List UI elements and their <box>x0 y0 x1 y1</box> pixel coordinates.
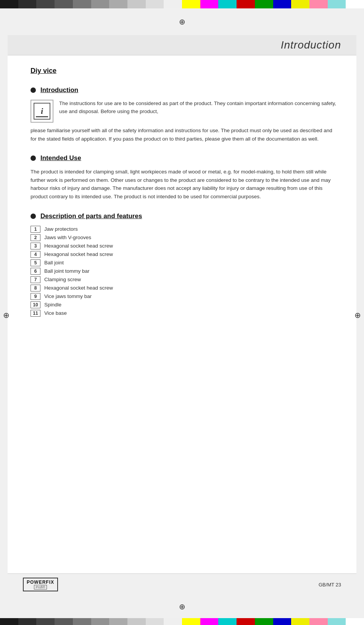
list-item: 1 Jaw protectors <box>31 226 337 233</box>
color-seg-yellow <box>182 0 200 8</box>
bot-color-seg-2 <box>18 618 37 625</box>
part-number: 9 <box>31 293 40 300</box>
info-icon-box: i <box>31 100 53 123</box>
bot-color-seg-9 <box>146 618 164 625</box>
part-label: Hexagonal socket head screw <box>44 243 113 249</box>
color-seg-blue <box>273 0 292 8</box>
list-item: 11 Vice base <box>31 310 337 317</box>
bot-color-seg-4 <box>55 618 73 625</box>
bot-color-seg-white <box>346 618 364 625</box>
info-box-row: i The instructions for use are to be con… <box>31 100 337 123</box>
color-seg-8 <box>127 0 146 8</box>
bot-color-seg-blue <box>273 618 292 625</box>
part-number: 1 <box>31 226 40 233</box>
bot-color-seg-1 <box>0 618 18 625</box>
part-label: Spindle <box>44 302 61 308</box>
page-footer: POWERFIX Profi® GB/MT 23 <box>8 573 356 595</box>
bot-color-seg-6 <box>91 618 110 625</box>
color-seg-magenta <box>200 0 219 8</box>
color-seg-red <box>237 0 255 8</box>
introduction-body-text: please familiarise yourself with all of … <box>31 126 337 143</box>
info-icon: i <box>34 103 50 120</box>
bot-color-seg-red <box>237 618 255 625</box>
list-item: 4 Hexagonal socket head screw <box>31 251 337 258</box>
part-label: Jaws with V-grooves <box>44 235 91 240</box>
part-number: 11 <box>31 310 40 317</box>
diy-vice-heading: Diy vice <box>31 67 337 75</box>
part-label: Vice base <box>44 310 67 316</box>
part-label: Hexagonal socket head screw <box>44 251 113 257</box>
right-reg-mark: ⊕ <box>354 311 361 320</box>
main-content: Diy vice Introduction i The instructions… <box>8 55 356 573</box>
description-section: Description of parts and features 1 Jaw … <box>31 212 337 317</box>
bot-color-seg-lightcyan <box>328 618 346 625</box>
intended-use-section: Intended Use The product is intended for… <box>31 154 337 201</box>
bot-color-seg-green <box>255 618 273 625</box>
page-header: Introduction <box>8 35 356 55</box>
list-item: 2 Jaws with V-grooves <box>31 234 337 241</box>
color-seg-3 <box>36 0 55 8</box>
part-label: Ball joint <box>44 260 64 266</box>
color-seg-5 <box>73 0 91 8</box>
description-bullet <box>31 214 36 219</box>
list-item: 7 Clamping screw <box>31 276 337 283</box>
bottom-reg-mark: ⊕ <box>179 602 185 611</box>
bottom-registration-area: ⊕ <box>0 595 364 618</box>
color-bar-bottom <box>0 618 364 625</box>
bot-color-seg-magenta <box>200 618 219 625</box>
brand-logo: POWERFIX Profi® <box>23 578 58 591</box>
page: ⊕ ⊕ ⊕ Introduction Diy vice Introduction… <box>0 0 364 625</box>
list-item: 5 Ball joint <box>31 259 337 266</box>
color-seg-1 <box>0 0 18 8</box>
part-label: Clamping screw <box>44 277 81 282</box>
introduction-bullet <box>31 87 36 93</box>
color-seg-9 <box>146 0 164 8</box>
color-seg-cyan <box>218 0 237 8</box>
top-registration-area: ⊕ <box>0 8 364 35</box>
bot-color-seg-yellow2 <box>291 618 309 625</box>
intended-use-title: Intended Use <box>40 154 81 162</box>
part-number: 8 <box>31 285 40 291</box>
brand-sub: Profi® <box>34 585 47 589</box>
brand-name: POWERFIX <box>27 580 54 585</box>
intended-use-heading-row: Intended Use <box>31 154 337 162</box>
color-seg-lightcyan <box>328 0 346 8</box>
description-heading-row: Description of parts and features <box>31 212 337 220</box>
color-seg-10 <box>164 0 182 8</box>
color-seg-6 <box>91 0 110 8</box>
intended-use-body: The product is intended for clamping sma… <box>31 168 337 201</box>
bot-color-seg-yellow <box>182 618 200 625</box>
bot-color-seg-3 <box>36 618 55 625</box>
part-label: Hexagonal socket head screw <box>44 285 113 291</box>
bot-color-seg-pink <box>309 618 328 625</box>
part-label: Ball joint tommy bar <box>44 268 90 274</box>
left-reg-mark: ⊕ <box>3 311 10 320</box>
introduction-inline-text: The instructions for use are to be consi… <box>59 100 337 123</box>
part-label: Vice jaws tommy bar <box>44 293 92 299</box>
list-item: 6 Ball joint tommy bar <box>31 268 337 275</box>
page-number: GB/MT 23 <box>319 582 341 588</box>
list-item: 8 Hexagonal socket head screw <box>31 285 337 291</box>
part-number: 2 <box>31 234 40 241</box>
part-number: 7 <box>31 276 40 283</box>
color-seg-yellow2 <box>291 0 309 8</box>
top-reg-mark: ⊕ <box>179 17 185 26</box>
introduction-title: Introduction <box>40 86 78 94</box>
parts-list: 1 Jaw protectors 2 Jaws with V-grooves 3… <box>31 226 337 317</box>
color-seg-2 <box>18 0 37 8</box>
color-seg-7 <box>109 0 127 8</box>
part-number: 6 <box>31 268 40 275</box>
bot-color-seg-cyan <box>218 618 237 625</box>
color-seg-pink <box>309 0 328 8</box>
color-bar-top <box>0 0 364 8</box>
part-number: 10 <box>31 301 40 308</box>
part-label: Jaw protectors <box>44 226 78 232</box>
color-seg-white <box>346 0 364 8</box>
bot-color-seg-8 <box>127 618 146 625</box>
bot-color-seg-5 <box>73 618 91 625</box>
bot-color-seg-10 <box>164 618 182 625</box>
part-number: 5 <box>31 259 40 266</box>
list-item: 3 Hexagonal socket head screw <box>31 243 337 249</box>
introduction-section: Introduction i The instructions for use … <box>31 86 337 143</box>
color-seg-green <box>255 0 273 8</box>
